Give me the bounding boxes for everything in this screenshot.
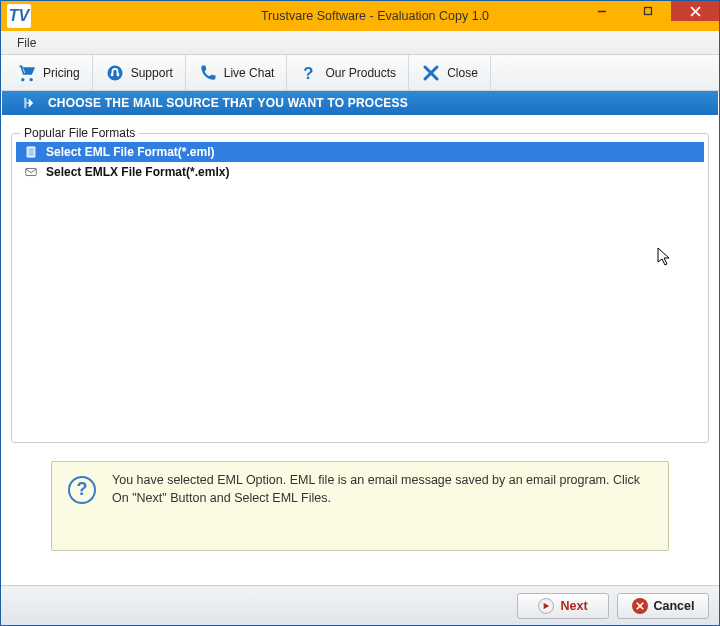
window-close-button[interactable] — [671, 1, 719, 21]
info-box: ? You have selected EML Option. EML file… — [51, 461, 669, 551]
info-text: You have selected EML Option. EML file i… — [112, 472, 652, 507]
svg-marker-16 — [544, 602, 550, 608]
toolbar-products-label: Our Products — [325, 66, 396, 80]
toolbar-close-button[interactable]: Close — [409, 55, 491, 90]
toolbar-livechat-button[interactable]: Live Chat — [186, 55, 288, 90]
svg-rect-6 — [116, 73, 119, 76]
svg-rect-1 — [645, 8, 652, 15]
toolbar-support-label: Support — [131, 66, 173, 80]
toolbar-close-label: Close — [447, 66, 478, 80]
next-button-label: Next — [560, 599, 587, 613]
close-icon — [690, 6, 701, 17]
headset-icon — [105, 63, 125, 83]
footer-bar: Next Cancel — [1, 585, 719, 625]
info-question-icon: ? — [68, 476, 96, 504]
question-icon: ? — [299, 63, 319, 83]
svg-rect-15 — [26, 169, 37, 176]
cart-icon — [17, 63, 37, 83]
minimize-icon — [597, 6, 607, 16]
menu-file[interactable]: File — [7, 31, 46, 54]
toolbar-livechat-label: Live Chat — [224, 66, 275, 80]
cancel-button-label: Cancel — [654, 599, 695, 613]
cancel-circle-icon — [632, 598, 648, 614]
window-controls — [579, 1, 719, 21]
arrow-icon — [22, 95, 38, 111]
formats-fieldset: Popular File Formats Select EML File For… — [11, 133, 709, 443]
envelope-icon — [24, 165, 38, 179]
section-heading-text: CHOOSE THE MAIL SOURCE THAT YOU WANT TO … — [48, 96, 408, 110]
next-button[interactable]: Next — [517, 593, 609, 619]
document-icon — [24, 145, 38, 159]
formats-list: Select EML File Format(*.eml) Select EML… — [16, 142, 704, 182]
app-logo-icon: TV — [7, 4, 31, 28]
menu-bar: File — [1, 31, 719, 55]
svg-rect-5 — [111, 73, 114, 76]
section-header: CHOOSE THE MAIL SOURCE THAT YOU WANT TO … — [2, 91, 718, 115]
toolbar-pricing-button[interactable]: Pricing — [5, 55, 93, 90]
format-item-eml[interactable]: Select EML File Format(*.eml) — [16, 142, 704, 162]
app-window: TV Trustvare Software - Evaluation Copy … — [0, 0, 720, 626]
svg-point-4 — [107, 65, 122, 80]
toolbar: Pricing Support Live Chat ? Our Products… — [1, 55, 719, 91]
maximize-icon — [643, 6, 653, 16]
svg-text:?: ? — [304, 63, 314, 82]
body-area: Popular File Formats Select EML File For… — [1, 115, 719, 585]
toolbar-support-button[interactable]: Support — [93, 55, 186, 90]
title-bar: TV Trustvare Software - Evaluation Copy … — [1, 1, 719, 31]
x-icon — [421, 63, 441, 83]
format-item-emlx[interactable]: Select EMLX File Format(*.emlx) — [16, 162, 704, 182]
svg-rect-10 — [24, 98, 26, 109]
format-item-label: Select EMLX File Format(*.emlx) — [46, 165, 229, 179]
toolbar-products-button[interactable]: ? Our Products — [287, 55, 409, 90]
cancel-button[interactable]: Cancel — [617, 593, 709, 619]
formats-legend: Popular File Formats — [20, 126, 139, 140]
minimize-button[interactable] — [579, 1, 625, 21]
play-icon — [538, 598, 554, 614]
phone-icon — [198, 63, 218, 83]
toolbar-pricing-label: Pricing — [43, 66, 80, 80]
format-item-label: Select EML File Format(*.eml) — [46, 145, 215, 159]
maximize-button[interactable] — [625, 1, 671, 21]
